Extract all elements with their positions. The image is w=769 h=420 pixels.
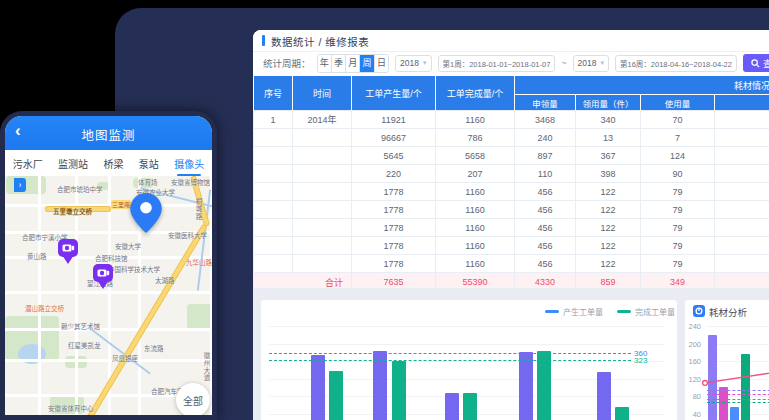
table-cell: 79 — [641, 255, 715, 273]
legend-item[interactable]: 产生工单量 — [545, 306, 603, 317]
camera-marker[interactable] — [93, 264, 113, 294]
bar-completed[interactable] — [392, 361, 406, 420]
table-cell: 250 — [715, 111, 769, 129]
bar-completed[interactable] — [615, 407, 629, 420]
table-cell: 67 — [715, 255, 769, 273]
table-cell — [293, 183, 352, 201]
bar-created[interactable] — [311, 355, 325, 420]
period-option[interactable]: 周 — [360, 55, 374, 72]
query-button[interactable]: 查询 — [743, 54, 769, 72]
table-cell — [293, 237, 352, 255]
period-option[interactable]: 季 — [332, 55, 346, 72]
table-cell: 13 — [576, 129, 641, 147]
table-cell — [254, 219, 293, 237]
map-expander-button[interactable]: › — [14, 178, 26, 192]
table-row: 177811604561227967 — [254, 237, 769, 255]
year-from-select[interactable]: 2018 — [395, 55, 431, 72]
table-cell: 456 — [515, 219, 576, 237]
map-label: 桐城路 — [193, 198, 203, 221]
table-row: 177811604561227967 — [254, 183, 769, 201]
phone-tab-摄像头[interactable]: 摄像头 — [174, 152, 204, 175]
phone-page-title: 地图监测 — [5, 125, 212, 144]
selected-pin-marker[interactable] — [130, 193, 162, 237]
table-cell: 3468 — [515, 111, 576, 129]
table-cell: 122 — [576, 201, 641, 219]
map-label: 潜山路立交桥 — [25, 303, 64, 313]
table-cell: 456 — [515, 255, 576, 273]
show-all-button[interactable]: 全部 — [176, 383, 210, 415]
table-cell: 1160 — [436, 201, 515, 219]
table-cell: 1160 — [436, 111, 515, 129]
road — [38, 176, 41, 415]
camera-marker[interactable] — [58, 239, 78, 269]
table-cell: 110 — [515, 165, 576, 183]
table-cell: 5658 — [436, 147, 515, 165]
table-cell: 690 — [715, 129, 769, 147]
table-cell: 1160 — [436, 183, 515, 201]
range-from-input[interactable]: 第1周：2018-01-01~2018-01-07 — [438, 55, 556, 72]
park-area — [187, 304, 212, 330]
sub-header: 申领量 — [515, 95, 576, 111]
bar-created[interactable] — [373, 351, 387, 420]
legend-item[interactable]: 完成工单量 — [617, 306, 675, 317]
table-cell — [254, 255, 293, 273]
phone-tab-监测站[interactable]: 监测站 — [58, 152, 88, 175]
table-cell: 122 — [576, 183, 641, 201]
table-cell: 67 — [715, 219, 769, 237]
year-to-select[interactable]: 2018 — [573, 55, 609, 72]
period-option[interactable]: 年 — [318, 55, 332, 72]
table-cell: 67 — [715, 183, 769, 201]
reference-line — [269, 353, 631, 354]
table-cell — [293, 129, 352, 147]
period-option[interactable]: 月 — [346, 55, 360, 72]
breadcrumb-accent-bar — [262, 35, 265, 46]
map-label: 合肥科技馆 — [95, 253, 128, 263]
table-cell: 367 — [576, 147, 641, 165]
col-header: 时间 — [293, 76, 352, 111]
period-label: 统计周期： — [263, 56, 311, 70]
bar-created[interactable] — [597, 372, 611, 420]
phone-tab-泵站[interactable]: 泵站 — [139, 152, 159, 175]
report-table: 序号时间工单产生量/个工单完成量/个耗材情况申领量领用量（件）使用量金额1201… — [253, 75, 769, 311]
range-to-input[interactable]: 第16周：2018-04-16~2018-04-22 — [615, 55, 737, 72]
table-cell: 79 — [641, 237, 715, 255]
table-cell: 11921 — [352, 111, 436, 129]
table-cell: 67 — [715, 237, 769, 255]
table-row: 177811604561227967 — [254, 219, 769, 237]
legend-label: 完成工单量 — [635, 306, 675, 317]
table-cell — [254, 165, 293, 183]
table-cell: 1778 — [352, 183, 436, 201]
bar-completed[interactable] — [463, 393, 477, 420]
table-cell: 340 — [576, 111, 641, 129]
table-cell: 19 — [715, 165, 769, 183]
table-cell: 122 — [576, 219, 641, 237]
bar-completed[interactable] — [537, 351, 551, 420]
table-cell: 1778 — [352, 237, 436, 255]
table-cell — [254, 183, 293, 201]
phone-tab-桥梁[interactable]: 桥梁 — [103, 152, 123, 175]
table-cell: 124 — [641, 147, 715, 165]
map-label: 安徽医科大学 — [168, 230, 207, 240]
table-cell: 96667 — [352, 129, 436, 147]
map-label: 合肥市琥珀中学 — [57, 184, 103, 194]
table-row: 96667786240137690 — [254, 129, 769, 147]
map-label: 黄山路 — [27, 251, 47, 261]
breadcrumb-text: 数据统计 / 维修报表 — [271, 34, 369, 49]
map-canvas[interactable]: 合肥市琥珀中学体育场安徽农业大学安徽省博物馆五里墩立交桥三里庵合肥市宁溪小学黄山… — [5, 176, 212, 415]
reference-line-label: 323 — [634, 356, 660, 365]
legend-dash — [545, 310, 559, 313]
map-label: 赖少其艺术馆 — [61, 321, 100, 331]
bar-completed[interactable] — [329, 371, 343, 420]
table-row: 177811604561227967 — [254, 255, 769, 273]
bar-created[interactable] — [445, 393, 459, 420]
bar-created[interactable] — [519, 352, 533, 420]
table-cell: 456 — [515, 201, 576, 219]
period-option[interactable]: 日 — [375, 55, 388, 72]
table-cell: 122 — [576, 255, 641, 273]
phone-tab-bar: 污水厂监测站桥梁泵站摄像头 — [5, 150, 212, 177]
phone-tab-污水厂[interactable]: 污水厂 — [13, 152, 43, 175]
table-cell: 7 — [641, 129, 715, 147]
col-header: 工单完成量/个 — [436, 76, 515, 111]
sub-header: 领用量（件） — [576, 95, 641, 111]
period-segmented-control[interactable]: 年季月周日 — [317, 54, 390, 73]
